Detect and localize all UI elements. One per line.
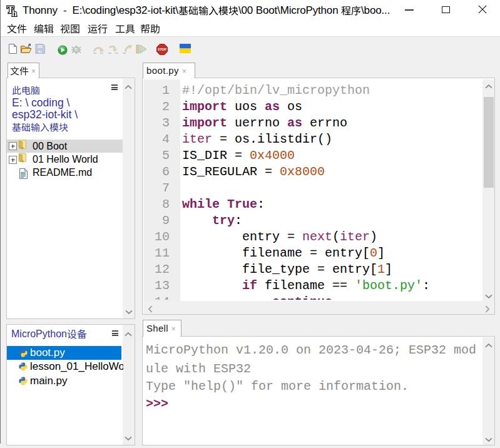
svg-text:h: h: [12, 9, 17, 18]
svg-text:STOP: STOP: [158, 48, 167, 51]
